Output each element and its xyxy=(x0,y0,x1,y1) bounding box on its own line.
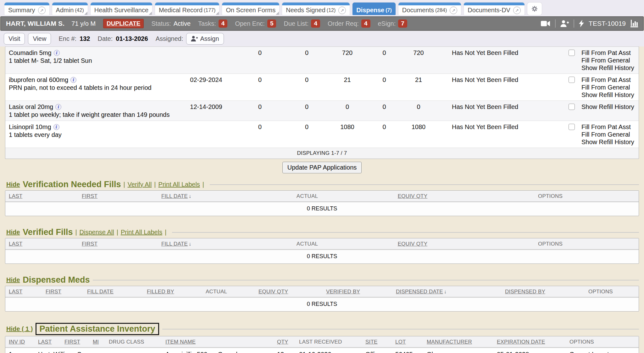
qty-cell: 0 xyxy=(286,74,328,100)
show-refill-history-link[interactable]: Show Refill History xyxy=(581,138,639,146)
header-qty[interactable]: QTY xyxy=(274,336,296,347)
tab-on-screen-forms[interactable]: On Screen Forms xyxy=(222,3,279,15)
fill-from-general-link[interactable]: Fill From General xyxy=(581,84,639,91)
header-expiration-date[interactable]: EXPIRATION DATE xyxy=(493,336,566,347)
medication-name: Lisinopril 10mg xyxy=(9,123,51,130)
info-icon[interactable]: i xyxy=(53,124,59,130)
header-inv-id[interactable]: INV ID xyxy=(5,336,35,347)
fill-from-general-link[interactable]: Fill From General xyxy=(581,57,639,64)
header-equiv-qty[interactable]: EQUIV QTY xyxy=(364,191,461,201)
header-dispensed-by[interactable]: DISPENSED BY xyxy=(502,286,585,297)
tab-dispense[interactable]: Dispense (7) xyxy=(353,3,396,15)
header-fill-date[interactable]: FILL DATE↓ xyxy=(158,191,251,201)
tab-label: Health Surveillance xyxy=(94,7,148,14)
tab-health-surveillance[interactable]: Health Surveillance xyxy=(91,3,152,15)
fill-from-pat-asst-link[interactable]: Fill From Pat Asst xyxy=(581,76,639,84)
separator: | xyxy=(154,181,156,188)
options-cell: Show Refill History xyxy=(581,101,639,121)
tab-medical-record[interactable]: Medical Record (177) xyxy=(155,3,219,15)
fill-from-pat-asst-link[interactable]: Fill From Pat Asst xyxy=(581,123,639,131)
show-refill-history-link[interactable]: Show Refill History xyxy=(581,91,639,99)
header-last[interactable]: LAST xyxy=(5,238,78,249)
open-enc-count-badge[interactable]: 5 xyxy=(267,19,276,28)
tab-admin[interactable]: Admin (42) xyxy=(52,3,88,15)
header-dispensed-date[interactable]: DISPENSED DATE↓ xyxy=(392,286,502,297)
header-first[interactable]: FIRST xyxy=(61,336,89,347)
header-verified-by[interactable]: VERIFIED BY xyxy=(323,286,392,297)
hide-link[interactable]: Hide xyxy=(6,181,20,188)
open-new-window-icon[interactable]: ↗ xyxy=(38,7,46,14)
lot-cell: 56465 xyxy=(392,348,423,353)
duplicate-badge[interactable]: DUPLICATE xyxy=(103,19,144,28)
video-camera-icon[interactable] xyxy=(541,20,550,27)
open-enc-label: Open Enc: xyxy=(235,20,265,27)
print-all-labels-link[interactable]: Print All Labels xyxy=(158,181,200,188)
visit-button[interactable]: Visit xyxy=(4,33,25,45)
add-person-icon[interactable] xyxy=(560,20,569,27)
assign-button[interactable]: Assign xyxy=(186,33,224,45)
header-equiv-qty[interactable]: EQUIV QTY xyxy=(255,286,323,297)
header-last[interactable]: LAST xyxy=(5,191,78,201)
section-legend: Hide Dispensed Meds xyxy=(5,275,639,285)
enc-date-value: 01-13-2026 xyxy=(116,35,148,42)
header-item-name[interactable]: ITEM NAME xyxy=(162,336,274,347)
tab-label: Medical Record xyxy=(159,7,203,14)
info-icon[interactable]: i xyxy=(55,104,61,110)
tab-count: (284) xyxy=(435,8,447,13)
open-new-window-icon[interactable]: ↗ xyxy=(450,7,457,14)
hide-link[interactable]: Hide ( 1 ) xyxy=(6,325,33,333)
view-button[interactable]: View xyxy=(28,33,51,45)
header-first[interactable]: FIRST xyxy=(42,286,84,297)
open-new-window-icon[interactable]: ↗ xyxy=(338,7,346,14)
show-refill-history-link[interactable]: Show Refill History xyxy=(581,64,639,72)
open-new-window-icon[interactable]: ↗ xyxy=(513,7,521,14)
esign-count-badge[interactable]: 7 xyxy=(398,19,407,28)
print-all-labels-link[interactable]: Print All Labels xyxy=(121,229,162,236)
hide-link[interactable]: Hide xyxy=(6,276,20,284)
tab-label: Documents-DV xyxy=(468,7,510,14)
header-last[interactable]: LAST xyxy=(5,286,42,297)
tasks-count-badge[interactable]: 4 xyxy=(219,19,228,28)
due-list-count-badge[interactable]: 4 xyxy=(311,19,320,28)
fill-from-general-link[interactable]: Fill From General xyxy=(581,131,639,138)
enc-number-label: Enc #: xyxy=(58,35,76,42)
bar-chart-icon[interactable] xyxy=(630,20,638,27)
info-icon[interactable]: i xyxy=(54,50,60,56)
header-manufacturer[interactable]: MANUFACTURER xyxy=(423,336,493,347)
lightning-bolt-icon[interactable] xyxy=(579,20,584,27)
fill-from-pat-asst-link[interactable]: Fill From Pat Asst xyxy=(581,49,639,57)
select-med-checkbox[interactable] xyxy=(569,104,575,110)
header-fill-date[interactable]: FILL DATE xyxy=(84,286,143,297)
header-last[interactable]: LAST xyxy=(35,336,61,347)
verification-fills-table: LAST FIRST FILL DATE↓ ACTUAL EQUIV QTY O… xyxy=(5,190,639,216)
header-site[interactable]: SITE xyxy=(362,336,392,347)
order-req-count-badge[interactable]: 4 xyxy=(361,19,370,28)
header-lot[interactable]: LOT xyxy=(392,336,423,347)
correct-inventory-link[interactable]: Correct Inventory xyxy=(569,351,618,353)
verify-all-link[interactable]: Verify All xyxy=(128,181,152,188)
tab-documents[interactable]: Documents (284) ↗ xyxy=(398,3,461,15)
header-options: OPTIONS xyxy=(585,286,639,297)
select-med-checkbox[interactable] xyxy=(569,50,575,56)
header-first[interactable]: FIRST xyxy=(78,191,158,201)
header-filled-by[interactable]: FILLED BY xyxy=(143,286,202,297)
update-pap-applications-button[interactable]: Update PAP Applications xyxy=(282,162,362,173)
info-icon[interactable]: i xyxy=(70,77,76,83)
header-first[interactable]: FIRST xyxy=(78,238,158,249)
divider xyxy=(555,19,556,28)
dispense-all-link[interactable]: Dispense All xyxy=(80,229,114,236)
hide-link[interactable]: Hide xyxy=(6,229,20,236)
tab-summary[interactable]: Summary ↗ xyxy=(4,3,49,15)
show-refill-history-link[interactable]: Show Refill History xyxy=(581,103,639,111)
settings-gear-button[interactable] xyxy=(527,3,542,15)
select-med-checkbox[interactable] xyxy=(569,124,575,130)
medication-name: Lasix oral 20mg xyxy=(9,103,53,110)
tab-documents-dv[interactable]: Documents-DV ↗ xyxy=(464,3,525,15)
select-med-checkbox[interactable] xyxy=(569,77,575,83)
header-fill-date[interactable]: FILL DATE↓ xyxy=(158,238,251,249)
header-equiv-qty[interactable]: EQUIV QTY xyxy=(364,238,461,249)
options-cell: Fill From Pat Asst Fill From General Sho… xyxy=(581,47,639,73)
patient-header-bar: HART, WILLIAM S. 71 y/o M DUPLICATE Stat… xyxy=(0,16,644,31)
tab-needs-signed[interactable]: Needs Signed (12) ↗ xyxy=(282,3,350,15)
header-mi[interactable]: MI xyxy=(89,336,105,347)
